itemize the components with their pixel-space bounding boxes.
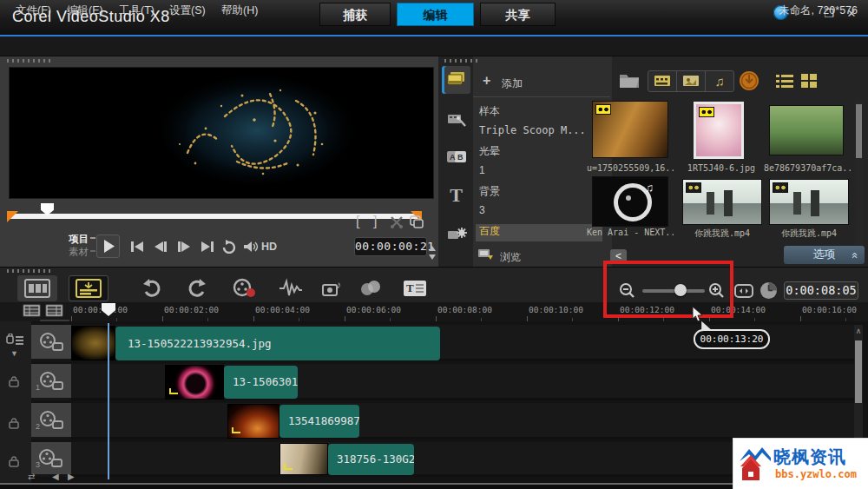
gallery-scrollbar-thumb[interactable]: [856, 104, 862, 158]
timeline-clip-3[interactable]: 135418699876: [279, 405, 359, 438]
ruler-label: 00:00:06:00: [346, 305, 401, 314]
play-button[interactable]: [96, 235, 120, 258]
library-item-baidu[interactable]: 百度: [476, 224, 602, 241]
instant-project-icon[interactable]: [442, 106, 470, 134]
trim-in-handle[interactable]: [7, 211, 18, 222]
repeat-button[interactable]: [221, 240, 239, 254]
gallery-thumb-video-2[interactable]: [769, 179, 849, 225]
library-item-background[interactable]: 背景: [479, 184, 606, 202]
browse-label[interactable]: 浏览: [500, 250, 521, 265]
gallery-thumb-video-1[interactable]: [682, 179, 762, 225]
redo-icon[interactable]: [187, 278, 210, 299]
browse-icon[interactable]: [477, 248, 495, 265]
gallery-caption: Ken Arai - NEXT...: [587, 228, 674, 237]
list-view-icon[interactable]: [775, 73, 794, 92]
track-lock-icon[interactable]: [9, 417, 19, 433]
go-end-button[interactable]: [199, 240, 216, 254]
hd-button[interactable]: HD: [261, 241, 277, 253]
subtitle-editor-icon[interactable]: T: [403, 278, 425, 299]
timeline-ruler[interactable]: 00:00:00:00 00:00:02:00 00:00:04:00 00:0…: [71, 302, 854, 321]
track-view-button-1[interactable]: [23, 304, 41, 317]
menu-tools[interactable]: 工具(T): [119, 3, 155, 18]
overlay-track-lane-2[interactable]: [71, 403, 854, 439]
track-transparency-icon[interactable]: [358, 278, 380, 299]
add-folder-label[interactable]: 添加: [502, 76, 523, 91]
video-track-header[interactable]: [31, 325, 71, 361]
rail-expand-chevron-icon[interactable]: ▼: [10, 349, 18, 358]
clip-mode-label[interactable]: 素材: [69, 246, 89, 259]
clip-thumbnail-fire[interactable]: [227, 404, 279, 439]
overlay-track-header-1[interactable]: 1: [31, 364, 71, 400]
filter-audio-icon[interactable]: ♫: [706, 71, 733, 91]
prev-frame-button[interactable]: [152, 240, 169, 254]
filter-video-icon[interactable]: [648, 71, 677, 91]
tab-edit[interactable]: 编辑: [397, 3, 474, 26]
timeline-clip-1[interactable]: 13-150522213932954.jpg: [115, 327, 440, 360]
next-frame-button[interactable]: [175, 240, 193, 254]
fit-timeline-icon[interactable]: [734, 284, 753, 301]
add-folder-icon[interactable]: +: [483, 73, 490, 89]
library-item-halo[interactable]: 光晕: [479, 144, 606, 162]
scroll-right-icon[interactable]: ▶: [68, 472, 75, 481]
track-view-button-2[interactable]: [45, 304, 63, 317]
mark-in-button[interactable]: [: [356, 214, 359, 229]
storyboard-view-button[interactable]: [17, 275, 57, 301]
scroll-left-icon[interactable]: ◀: [52, 472, 59, 481]
overlay-track-header-3[interactable]: 3: [31, 442, 71, 477]
grid-view-icon[interactable]: [800, 73, 818, 92]
library-item-3[interactable]: 3: [479, 204, 606, 221]
instant-project-orange-icon[interactable]: [739, 70, 760, 95]
ruler-label: 00:00:02:00: [164, 305, 219, 314]
gallery-thumb-people[interactable]: [769, 105, 844, 155]
go-start-button[interactable]: [128, 240, 146, 254]
title-icon[interactable]: T: [442, 182, 470, 210]
timeline-clip-4[interactable]: 318756-130G222: [328, 444, 414, 475]
overlay-track-header-2[interactable]: 2: [31, 403, 71, 439]
mode-tick: [90, 237, 95, 239]
timeline-scrollbar-thumb[interactable]: [855, 340, 862, 403]
scroll-up-arrow[interactable]: ∧: [854, 327, 863, 335]
preview-timecode[interactable]: 00:00:00:21: [354, 237, 427, 256]
gallery-thumb-books[interactable]: [592, 101, 668, 158]
duration-timecode[interactable]: 0:00:08:05: [784, 281, 858, 300]
menu-edit[interactable]: 编辑(E): [67, 3, 103, 18]
auto-music-icon[interactable]: ♪: [321, 278, 344, 299]
track-lock-icon[interactable]: [9, 455, 19, 471]
filter-photo-icon[interactable]: [677, 71, 706, 91]
timeline-view-button[interactable]: [69, 275, 108, 301]
timeline-clip-2[interactable]: 13-150630192: [224, 366, 298, 399]
tab-capture[interactable]: 捕获: [319, 3, 391, 26]
project-mode-label[interactable]: 项目: [69, 233, 89, 246]
ripple-edit-icon[interactable]: [6, 334, 25, 349]
menu-help[interactable]: 帮助(H): [221, 3, 258, 18]
track-lock-icon[interactable]: [9, 375, 19, 391]
gallery-thumb-anime[interactable]: [694, 102, 744, 159]
enlarge-preview-icon[interactable]: [409, 215, 424, 233]
split-clip-icon[interactable]: [390, 215, 404, 233]
library-item-sample[interactable]: 样本: [479, 104, 606, 122]
folder-icon[interactable]: [618, 71, 641, 93]
graphics-icon[interactable]: [442, 221, 470, 248]
timecode-up-arrow[interactable]: [429, 239, 436, 244]
menu-bar: [0, 36, 868, 56]
clip-thumbnail-ring[interactable]: [165, 365, 224, 400]
tab-share[interactable]: 共享: [480, 3, 556, 26]
record-capture-icon[interactable]: [233, 278, 255, 299]
mark-out-button[interactable]: ]: [373, 214, 377, 229]
menu-file[interactable]: 文件(F): [16, 3, 51, 18]
timecode-down-arrow[interactable]: [429, 248, 436, 253]
library-item-triple-scoop[interactable]: Triple Scoop M...: [479, 124, 606, 142]
clip-thumbnail-light[interactable]: [279, 443, 328, 475]
transition-icon[interactable]: AB: [442, 144, 470, 172]
volume-button[interactable]: [242, 240, 260, 254]
swap-track-icon[interactable]: ⇄: [28, 472, 35, 481]
gallery-thumb-music[interactable]: ♫: [592, 176, 668, 227]
media-library-icon[interactable]: [442, 66, 470, 94]
undo-icon[interactable]: [141, 278, 163, 299]
music-note-glyph: ♫: [645, 181, 654, 195]
sound-mixer-icon[interactable]: [278, 278, 300, 299]
menu-settings[interactable]: 设置(S): [169, 3, 206, 18]
options-button[interactable]: 选项 «: [784, 246, 865, 264]
project-duration-icon[interactable]: [760, 281, 778, 303]
playhead-line[interactable]: [108, 323, 109, 479]
